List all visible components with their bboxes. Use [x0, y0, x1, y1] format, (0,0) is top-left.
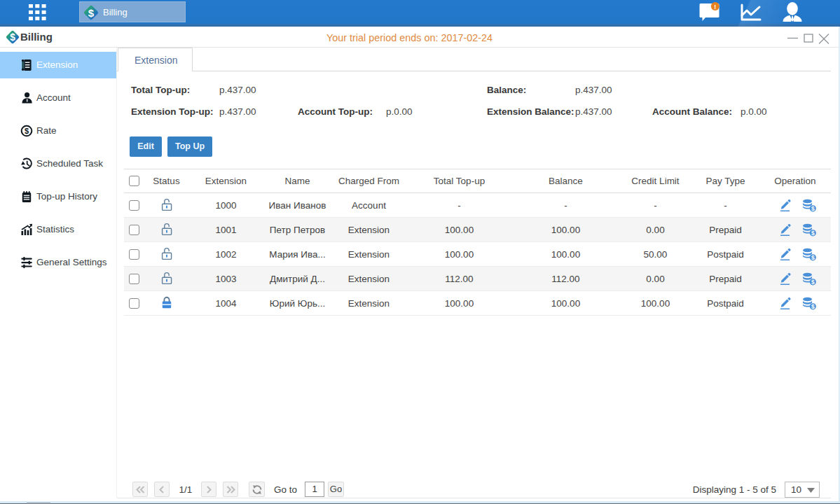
svg-text:$: $ [25, 127, 29, 135]
svg-text:$: $ [811, 254, 815, 261]
svg-text:$: $ [811, 279, 815, 286]
svg-text:$: $ [811, 303, 815, 310]
svg-text:$: $ [10, 32, 15, 43]
svg-text:$: $ [811, 205, 815, 212]
svg-text:!: ! [714, 4, 716, 10]
svg-text:$: $ [88, 7, 95, 19]
svg-text:$: $ [811, 230, 815, 237]
